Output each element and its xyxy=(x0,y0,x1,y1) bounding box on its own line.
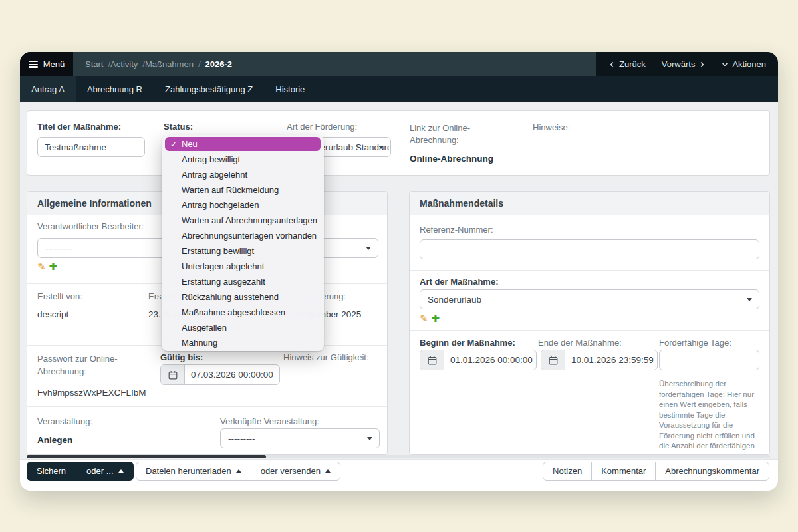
status-option[interactable]: Antrag abgelehnt xyxy=(162,167,324,182)
breadcrumb-item[interactable]: Activity xyxy=(110,59,145,69)
actions-label: Aktionen xyxy=(732,59,766,69)
status-option[interactable]: Mahnung xyxy=(162,335,324,350)
status-option[interactable]: Neu xyxy=(165,137,321,151)
back-button[interactable]: Zurück xyxy=(608,59,646,69)
bearbeiter-edit-icons: ✎ ✚ xyxy=(37,262,57,272)
status-option[interactable]: Antrag hochgeladen xyxy=(162,198,324,213)
chevron-up-icon xyxy=(236,469,241,473)
send-files-button[interactable]: oder versenden xyxy=(251,462,340,480)
online-link-label: Link zur Online-Abrechnung: xyxy=(410,122,491,146)
overview-card: Titel der Maßnahme: Status: Art der Förd… xyxy=(27,110,770,176)
actions-button[interactable]: Aktionen xyxy=(722,59,766,69)
menu-button[interactable]: Menü xyxy=(20,52,73,76)
top-bar: Menü StartActivityMaßnahmen 2026-2 Zurüc… xyxy=(20,52,778,76)
kommentar-button[interactable]: Kommentar xyxy=(591,462,655,480)
gueltig-bis-value[interactable]: 07.03.2026 00:00:00 xyxy=(185,365,279,384)
calendar-icon[interactable] xyxy=(161,365,185,384)
app-window: Menü StartActivityMaßnahmen 2026-2 Zurüc… xyxy=(20,52,778,491)
pencil-icon[interactable]: ✎ xyxy=(37,262,46,272)
abrechnungskommentar-button[interactable]: Abrechnungskommentar xyxy=(655,462,769,480)
status-option[interactable]: Antrag bewilligt xyxy=(162,152,324,167)
art-massnahme-select[interactable]: Sonderurlaub xyxy=(420,289,759,309)
ende-label: Ende der Maßnahme: xyxy=(538,338,622,348)
calendar-icon[interactable] xyxy=(541,350,565,370)
pencil-icon[interactable]: ✎ xyxy=(420,314,428,324)
status-option[interactable]: Rückzahlung ausstehend xyxy=(162,289,324,305)
erstellt-von-label: Erstellt von: xyxy=(37,291,82,301)
hinweis-gueltigkeit-label: Hinweis zur Gültigkeit: xyxy=(283,352,369,362)
beginn-value[interactable]: 01.01.2026 00:00:00 xyxy=(444,350,536,370)
passwort-value: Fvh9mpsszWxPEXCFLIbM xyxy=(37,388,146,398)
breadcrumb-item[interactable]: Maßnahmen xyxy=(145,59,201,69)
divider xyxy=(410,330,769,331)
comment-button-group: Notizen Kommentar Abrechnungskommentar xyxy=(543,462,769,481)
top-nav: Zurück Vorwärts Aktionen xyxy=(596,52,778,76)
horizontal-scrollbar[interactable] xyxy=(27,455,770,458)
forward-label: Vorwärts xyxy=(662,59,696,69)
ende-value[interactable]: 10.01.2026 23:59:59 xyxy=(565,350,657,370)
check-icon xyxy=(170,140,177,149)
notizen-button[interactable]: Notizen xyxy=(543,462,591,480)
tab[interactable]: Zahlungsbestätigung Z xyxy=(154,76,264,102)
status-option[interactable]: Unterlagen abgelehnt xyxy=(162,259,324,274)
online-abrechnung-link[interactable]: Online-Abrechnung xyxy=(410,154,493,164)
scrollbar-thumb[interactable] xyxy=(27,455,266,458)
plus-icon[interactable]: ✚ xyxy=(49,262,58,272)
files-button-group: Dateien herunterladen oder versenden xyxy=(136,462,340,481)
breadcrumb-item[interactable]: Start xyxy=(85,59,110,69)
referenz-label: Referenz-Nummer: xyxy=(420,225,493,235)
anlegen-link[interactable]: Anlegen xyxy=(37,435,72,445)
tab-bar: Antrag AAbrechnung RZahlungsbestätigung … xyxy=(20,76,778,102)
save-button[interactable]: Sichern xyxy=(27,462,76,481)
referenz-input[interactable] xyxy=(420,239,759,259)
veranstaltung-label: Veranstaltung: xyxy=(37,416,92,426)
status-option[interactable]: Erstattung bewilligt xyxy=(162,243,324,259)
forward-button[interactable]: Vorwärts xyxy=(662,59,706,69)
chevron-down-icon xyxy=(722,61,728,68)
breadcrumb: StartActivityMaßnahmen 2026-2 xyxy=(73,52,596,76)
panel-massnahmendetails: Maßnahmendetails Referenz-Nummer: Art de… xyxy=(409,191,770,455)
tab[interactable]: Antrag A xyxy=(20,76,76,102)
beginn-label: Beginn der Maßnahme: xyxy=(420,338,515,348)
save-more-button[interactable]: oder ... xyxy=(76,462,133,481)
status-label: Status: xyxy=(164,122,193,132)
tab[interactable]: Abrechnung R xyxy=(76,76,154,102)
chevron-down-icon xyxy=(367,437,372,440)
tab[interactable]: Historie xyxy=(264,76,316,102)
passwort-label: Passwort zur Online-Abrechnung: xyxy=(37,352,149,378)
gueltig-bis-datepicker: 07.03.2026 00:00:00 xyxy=(160,364,280,385)
verknuepfte-label: Verknüpfte Veranstaltung: xyxy=(220,416,319,426)
status-option[interactable]: Warten auf Rückmeldung xyxy=(162,182,324,198)
verknuepfte-select[interactable]: --------- xyxy=(220,428,380,448)
plus-icon[interactable]: ✚ xyxy=(432,314,440,324)
status-option[interactable]: Warten auf Abrechnungsunterlagen xyxy=(162,213,324,228)
hinweise-label: Hinweise: xyxy=(533,122,570,132)
chevron-down-icon xyxy=(747,298,752,301)
status-option[interactable]: Erstattung ausgezahlt xyxy=(162,274,324,289)
save-button-group: Sichern oder ... xyxy=(27,462,134,481)
status-option[interactable]: Abrechnungsunterlagen vorhanden xyxy=(162,228,324,243)
breadcrumb-current: 2026-2 xyxy=(205,59,232,69)
ende-datepicker: 10.01.2026 23:59:59 xyxy=(541,350,658,370)
tage-label: Förderfähige Tage: xyxy=(659,338,732,348)
chevron-left-icon xyxy=(608,61,615,68)
chevron-up-icon xyxy=(118,469,124,473)
erstellt-von-value: descript xyxy=(37,309,68,319)
tage-input[interactable] xyxy=(659,350,759,370)
gueltig-bis-label: Gültig bis: xyxy=(160,352,203,362)
download-files-button[interactable]: Dateien herunterladen xyxy=(136,462,251,480)
divider xyxy=(410,270,769,271)
art-edit-icons: ✎ ✚ xyxy=(420,314,440,324)
hamburger-icon xyxy=(29,61,38,68)
calendar-icon[interactable] xyxy=(420,350,444,370)
status-option[interactable]: Maßnahme abgeschlossen xyxy=(162,305,324,320)
status-option[interactable]: Ausgefallen xyxy=(162,320,324,335)
bearbeiter-label: Verantwortlicher Bearbeiter: xyxy=(37,221,144,231)
status-dropdown: Neu Antrag bewilligt Antrag abgelehnt Wa… xyxy=(162,135,324,351)
panel-title: Maßnahmendetails xyxy=(410,192,769,215)
art-massnahme-label: Art der Maßnahme: xyxy=(420,277,498,287)
back-label: Zurück xyxy=(619,59,646,69)
tage-help-text: Überschreibung der förderfähigen Tage: H… xyxy=(659,379,760,455)
titel-input[interactable] xyxy=(37,137,145,157)
chevron-up-icon xyxy=(325,469,331,473)
